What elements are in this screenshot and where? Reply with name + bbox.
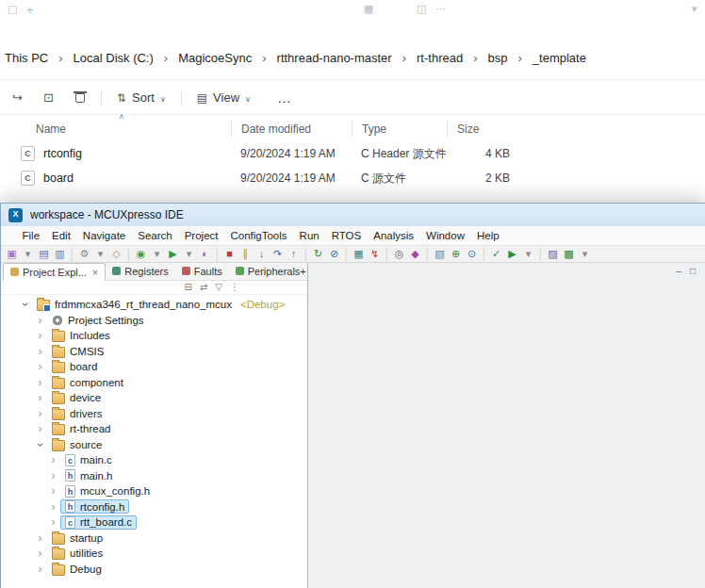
trash-button[interactable] [64,90,95,105]
expand-arrow-icon[interactable] [35,361,45,372]
expand-arrow-icon[interactable] [48,470,58,482]
expand-arrow-icon[interactable] [35,408,45,419]
breadcrumb-item[interactable]: MagicoeSync [176,49,254,67]
menu-item[interactable]: Edit [46,230,77,241]
separator[interactable]: │ [383,249,391,260]
mark-occurrences-icon[interactable]: ✓ [488,249,504,259]
breadcrumb-item[interactable]: rt-thread [415,49,465,67]
separator[interactable]: │ [536,249,545,260]
menu-item[interactable]: ConfigTools [224,230,293,241]
separator[interactable]: │ [342,249,351,260]
breadcrumb-item[interactable]: Local Disk (C:) [72,49,156,67]
cpp-perspective-icon[interactable]: ▩ [561,249,577,259]
view-tab[interactable]: Project Expl... × [3,263,106,281]
file-row[interactable]: rtconfig 9/20/2024 1:19 AM C Header 源文件 … [0,141,705,166]
tree-item[interactable]: Includes [1,328,307,344]
new-tab-icon[interactable]: + [26,4,34,16]
tree-item[interactable]: drivers [1,406,307,422]
build-icon[interactable]: ⚙ [76,249,92,259]
breadcrumb-item[interactable]: This PC [3,49,50,67]
tree-item[interactable]: Debug [1,562,307,578]
separator[interactable]: │ [302,249,310,260]
expand-arrow-icon[interactable] [35,330,45,341]
step-return-icon[interactable]: ↑ [286,249,302,259]
menu-item[interactable]: Window [420,230,471,241]
skip-breakpoints-icon[interactable]: ⊘ [326,249,342,259]
expand-arrow-icon[interactable] [35,439,45,450]
menu-item[interactable]: File [16,230,46,241]
new-wizard-icon[interactable]: ▣ [4,249,20,259]
restart-icon[interactable]: ↻ [310,249,326,259]
debug-dropdown-icon[interactable]: ▾ [149,249,165,259]
expand-arrow-icon[interactable] [35,315,45,326]
sort-button[interactable]: Sort [107,90,175,105]
menu-item[interactable]: Analysis [368,230,420,241]
expand-arrow-icon[interactable] [35,346,45,357]
expand-arrow-icon[interactable] [20,299,30,310]
tree-item[interactable]: rtconfig.h [1,499,307,515]
separator[interactable]: │ [423,249,432,260]
separator[interactable]: │ [124,249,133,260]
run-icon[interactable]: ▶ [165,249,181,259]
search-icon[interactable]: ◎ [391,249,407,259]
file-row[interactable]: board 9/20/2024 1:19 AM C 源文件 2 KB [0,166,705,190]
flash-programmer-icon[interactable]: ↯ [367,249,383,259]
step-into-icon[interactable]: ↓ [254,249,270,259]
expand-arrow-icon[interactable] [48,501,58,513]
save-all-icon[interactable]: ▥ [52,249,68,259]
separator[interactable]: │ [68,249,76,260]
link-with-editor-icon[interactable]: ⇄ [200,283,207,292]
clean-icon[interactable]: ◇ [108,249,124,259]
view-menu-icon[interactable]: ⋮ [230,283,239,292]
menu-item[interactable]: Search [132,230,178,241]
open-perspective-icon[interactable]: ▨ [545,249,561,259]
minimize-editor-icon[interactable]: – [676,267,681,276]
profile-icon[interactable]: ◐ [197,249,213,259]
new-dropdown-icon[interactable]: ▾ [20,249,36,259]
menu-item[interactable]: Run [293,230,325,241]
collapse-all-icon[interactable]: ⊟ [185,283,192,292]
view-button[interactable]: View [188,90,260,105]
terminate-icon[interactable]: ■ [221,249,238,259]
menu-item[interactable]: RTOS [325,230,368,241]
build-dropdown-icon[interactable]: ▾ [92,249,108,259]
expand-arrow-icon[interactable] [35,377,45,388]
external-tools-icon[interactable]: ▶ [504,249,520,259]
tree-item[interactable]: main.h [1,468,307,484]
tree-item[interactable]: source [1,437,307,453]
split-view-icon[interactable]: ◫ [417,4,426,14]
view-tab[interactable]: Registers [106,262,174,280]
expand-arrow-icon[interactable] [35,392,45,403]
expand-arrow-icon[interactable] [35,423,45,434]
tree-item[interactable]: rt-thread [1,421,307,437]
step-over-icon[interactable]: ↷ [270,249,286,259]
tree-item[interactable]: utilities [1,546,307,562]
share-icon[interactable]: ↪ [2,90,33,105]
close-icon[interactable]: × [92,267,98,278]
column-header[interactable]: Name [0,121,231,138]
breadcrumb-item[interactable]: _template [531,49,588,67]
run-dropdown-icon[interactable]: ▾ [181,249,197,259]
save-icon[interactable]: ▤ [36,249,52,259]
debug-icon[interactable]: ◉ [133,249,149,259]
pin-icon[interactable]: ⊙ [464,249,480,259]
tree-item[interactable]: device [1,390,307,406]
tree-item[interactable]: startup [1,531,307,547]
expand-arrow-icon[interactable] [35,564,45,575]
new-project-icon[interactable]: ▧ [432,249,448,259]
column-header[interactable]: Type [352,121,447,138]
suspend-icon[interactable]: ∥ [238,249,254,259]
filter-icon[interactable]: ▽ [215,283,222,292]
tree-item[interactable]: CMSIS [1,344,307,360]
expand-arrow-icon[interactable] [48,516,58,528]
separator[interactable]: │ [480,249,488,260]
menu-item[interactable]: Project [178,230,224,241]
open-element-icon[interactable]: ◆ [407,249,423,259]
tree-item[interactable]: component [1,375,307,391]
copy-icon[interactable]: ⊡ [33,90,64,105]
view-tab[interactable]: Peripherals+ [229,262,313,280]
expand-arrow-icon[interactable] [35,547,45,559]
view-tab[interactable]: Faults [175,262,229,280]
tree-item[interactable]: rtt_board.c [1,514,307,531]
external-tools-dropdown-icon[interactable]: ▾ [520,249,536,259]
